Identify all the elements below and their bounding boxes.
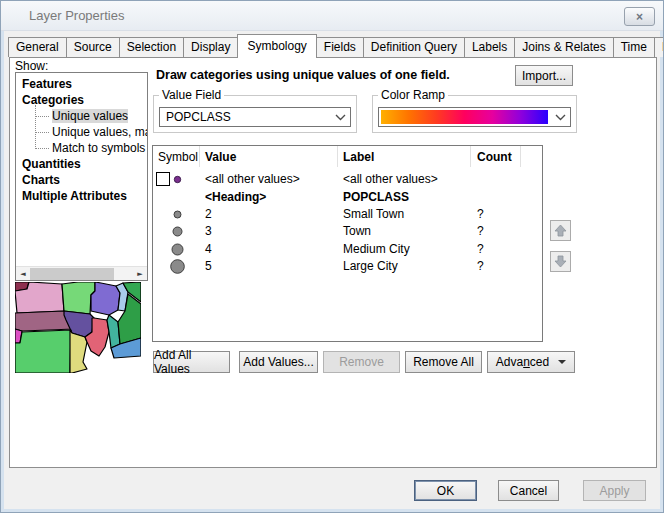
arrow-down-icon (554, 255, 567, 268)
tab-html-popup[interactable]: HTML Popup (654, 37, 664, 57)
color-ramp-label: Color Ramp (378, 88, 448, 102)
state-mn (62, 282, 95, 314)
point-symbol-icon[interactable] (169, 206, 186, 223)
cell-label: Medium City (343, 242, 410, 256)
tab-selection[interactable]: Selection (119, 37, 184, 57)
scroll-left-icon[interactable]: ◄ (16, 270, 30, 278)
remove-button[interactable]: Remove (323, 351, 400, 373)
value-field-label: Value Field (159, 88, 224, 102)
cell-label: POPCLASS (343, 190, 409, 204)
ok-button[interactable]: OK (414, 480, 477, 501)
show-item-multiple-attributes[interactable]: Multiple Attributes (16, 188, 147, 204)
move-down-button[interactable] (550, 251, 571, 272)
column-header-label: Label (343, 150, 374, 164)
show-item-unique-values-many[interactable]: Unique values, many (16, 124, 147, 140)
advanced-button[interactable]: Advanced (487, 351, 575, 373)
renderer-description: Draw categories using unique values of o… (156, 68, 450, 82)
add-all-values-button[interactable]: Add All Values (153, 351, 230, 373)
renderer-listbox: Features Categories Unique values Unique… (15, 72, 148, 281)
state-in (107, 315, 120, 348)
cell-count: ? (477, 259, 484, 273)
move-up-button[interactable] (550, 220, 571, 241)
table-row-town[interactable]: 3 Town ? (153, 223, 542, 240)
point-symbol-icon[interactable] (169, 258, 186, 275)
chevron-down-icon (555, 114, 566, 121)
close-button[interactable]: × (624, 7, 655, 26)
value-field-dropdown[interactable]: POPCLASS (159, 107, 351, 127)
tab-strip: General Source Selection Display Symbolo… (8, 37, 664, 58)
column-separator (337, 146, 338, 167)
cell-count: ? (477, 207, 484, 221)
all-other-values-checkbox[interactable] (156, 172, 170, 186)
cell-label: Town (343, 224, 371, 238)
tab-joins-relates[interactable]: Joins & Relates (514, 37, 613, 57)
tab-labels[interactable]: Labels (464, 37, 515, 57)
show-item-match-symbols[interactable]: Match to symbols in a (16, 140, 147, 156)
listbox-horizontal-scrollbar[interactable]: ◄ ► (16, 266, 147, 280)
state-mo (70, 330, 87, 373)
remove-all-button[interactable]: Remove All (405, 351, 482, 373)
state-wi (91, 282, 120, 315)
cell-label: <all other values> (343, 172, 438, 186)
tab-source[interactable]: Source (66, 37, 120, 57)
show-item-features[interactable]: Features (16, 76, 147, 92)
point-symbol-icon[interactable] (169, 223, 186, 240)
table-row-heading[interactable]: <Heading> POPCLASS (153, 189, 542, 206)
scroll-right-icon[interactable]: ► (133, 270, 147, 278)
show-item-charts[interactable]: Charts (16, 172, 147, 188)
column-header-value: Value (205, 150, 236, 164)
column-separator (199, 146, 200, 167)
unique-values-table: Symbol Value Label Count <all other valu… (152, 145, 543, 342)
tab-general[interactable]: General (8, 37, 67, 57)
cell-value: <all other values> (205, 172, 300, 186)
cancel-button[interactable]: Cancel (498, 480, 559, 501)
table-row-large-city[interactable]: 5 Large City ? (153, 258, 542, 275)
categories-children: Unique values Unique values, many Match … (16, 108, 147, 156)
point-symbol-icon[interactable] (169, 241, 186, 258)
column-header-count: Count (477, 150, 512, 164)
cell-label: Small Town (343, 207, 404, 221)
cell-label: Large City (343, 259, 398, 273)
color-ramp-dropdown[interactable] (378, 107, 571, 127)
import-button[interactable]: Import... (515, 65, 573, 86)
title-bar: Layer Properties × (1, 1, 663, 31)
advanced-label: Advanced (496, 355, 549, 369)
menu-arrow-icon (558, 360, 566, 364)
table-row-all-other-values[interactable]: <all other values> <all other values> (153, 171, 542, 188)
column-header-symbol: Symbol (158, 150, 198, 164)
window-title: Layer Properties (29, 8, 124, 23)
close-icon: × (636, 11, 643, 23)
chevron-down-icon (335, 114, 346, 121)
apply-button[interactable]: Apply (583, 480, 646, 501)
all-other-values-symbol-icon[interactable] (169, 171, 186, 188)
add-values-button[interactable]: Add Values... (239, 351, 318, 373)
scrollbar-thumb[interactable] (30, 268, 114, 280)
tab-fields[interactable]: Fields (316, 37, 364, 57)
show-item-quantities[interactable]: Quantities (16, 156, 147, 172)
layer-properties-dialog: Layer Properties × General Source Select… (0, 0, 664, 513)
cell-count: ? (477, 224, 484, 238)
show-label: Show: (15, 59, 48, 73)
color-ramp-swatch (381, 110, 548, 124)
cell-value: 4 (205, 242, 212, 256)
value-field-selected: POPCLASS (166, 110, 231, 124)
state-ks (15, 330, 71, 373)
table-row-small-town[interactable]: 2 Small Town ? (153, 206, 542, 223)
tab-display[interactable]: Display (183, 37, 238, 57)
column-separator (470, 146, 471, 167)
cell-value: 2 (205, 207, 212, 221)
show-item-unique-values[interactable]: Unique values (16, 108, 147, 124)
cell-count: ? (477, 242, 484, 256)
table-row-medium-city[interactable]: 4 Medium City ? (153, 241, 542, 258)
cell-value: 3 (205, 224, 212, 238)
arrow-up-icon (554, 224, 567, 237)
tab-definition-query[interactable]: Definition Query (363, 37, 465, 57)
map-preview-thumbnail (15, 282, 141, 373)
column-separator (520, 146, 521, 167)
tab-symbology[interactable]: Symbology (237, 34, 316, 58)
tab-time[interactable]: Time (613, 37, 655, 57)
cell-value: <Heading> (205, 190, 266, 204)
cell-value: 5 (205, 259, 212, 273)
